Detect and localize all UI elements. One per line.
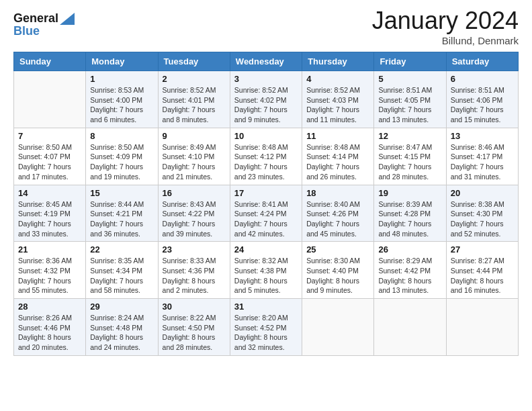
day-info: Sunrise: 8:33 AM Sunset: 4:36 PM Dayligh… xyxy=(163,256,226,295)
day-info: Sunrise: 8:52 AM Sunset: 4:02 PM Dayligh… xyxy=(234,85,298,125)
weekday-header-thursday: Thursday xyxy=(302,52,374,71)
day-number: 6 xyxy=(451,74,514,84)
day-number: 1 xyxy=(90,74,153,84)
day-info: Sunrise: 8:41 AM Sunset: 4:24 PM Dayligh… xyxy=(234,199,298,239)
weekday-header-sunday: Sunday xyxy=(14,52,86,71)
calendar-cell: 10Sunrise: 8:48 AM Sunset: 4:12 PM Dayli… xyxy=(230,128,302,185)
calendar-cell: 26Sunrise: 8:29 AM Sunset: 4:42 PM Dayli… xyxy=(374,242,446,299)
calendar-cell: 28Sunrise: 8:26 AM Sunset: 4:46 PM Dayli… xyxy=(14,299,86,356)
calendar-cell: 16Sunrise: 8:43 AM Sunset: 4:22 PM Dayli… xyxy=(158,185,230,242)
calendar-cell: 3Sunrise: 8:52 AM Sunset: 4:02 PM Daylig… xyxy=(230,71,302,128)
day-info: Sunrise: 8:45 AM Sunset: 4:19 PM Dayligh… xyxy=(18,199,81,239)
calendar-cell: 23Sunrise: 8:33 AM Sunset: 4:36 PM Dayli… xyxy=(158,242,230,299)
weekday-header-wednesday: Wednesday xyxy=(230,52,302,71)
day-number: 30 xyxy=(163,302,226,312)
day-number: 18 xyxy=(306,188,369,198)
day-number: 28 xyxy=(18,302,81,312)
day-number: 10 xyxy=(234,131,298,141)
day-info: Sunrise: 8:29 AM Sunset: 4:42 PM Dayligh… xyxy=(378,256,441,295)
calendar-cell: 15Sunrise: 8:44 AM Sunset: 4:21 PM Dayli… xyxy=(86,185,158,242)
calendar-cell: 4Sunrise: 8:52 AM Sunset: 4:03 PM Daylig… xyxy=(302,71,374,128)
calendar-cell: 2Sunrise: 8:52 AM Sunset: 4:01 PM Daylig… xyxy=(158,71,230,128)
day-info: Sunrise: 8:22 AM Sunset: 4:50 PM Dayligh… xyxy=(163,313,226,353)
day-number: 16 xyxy=(163,188,226,198)
calendar-cell: 19Sunrise: 8:39 AM Sunset: 4:28 PM Dayli… xyxy=(374,185,446,242)
day-info: Sunrise: 8:52 AM Sunset: 4:01 PM Dayligh… xyxy=(163,85,226,125)
calendar-cell: 30Sunrise: 8:22 AM Sunset: 4:50 PM Dayli… xyxy=(158,299,230,356)
day-info: Sunrise: 8:32 AM Sunset: 4:38 PM Dayligh… xyxy=(234,256,298,295)
logo-blue: Blue xyxy=(13,24,75,38)
day-info: Sunrise: 8:48 AM Sunset: 4:12 PM Dayligh… xyxy=(234,142,298,182)
day-info: Sunrise: 8:46 AM Sunset: 4:17 PM Dayligh… xyxy=(451,142,514,182)
calendar-cell: 24Sunrise: 8:32 AM Sunset: 4:38 PM Dayli… xyxy=(230,242,302,299)
day-number: 22 xyxy=(90,244,153,255)
weekday-header-friday: Friday xyxy=(374,52,446,71)
calendar-cell xyxy=(302,299,374,356)
day-info: Sunrise: 8:51 AM Sunset: 4:05 PM Dayligh… xyxy=(378,85,441,125)
calendar-cell xyxy=(14,71,86,128)
day-info: Sunrise: 8:20 AM Sunset: 4:52 PM Dayligh… xyxy=(234,313,298,353)
day-number: 29 xyxy=(90,302,153,312)
day-info: Sunrise: 8:30 AM Sunset: 4:40 PM Dayligh… xyxy=(306,256,369,295)
day-number: 4 xyxy=(306,74,369,84)
svg-marker-0 xyxy=(60,13,75,25)
calendar-cell xyxy=(446,299,518,356)
logo-text: General xyxy=(13,12,75,26)
calendar-cell: 20Sunrise: 8:38 AM Sunset: 4:30 PM Dayli… xyxy=(446,185,518,242)
calendar-cell: 6Sunrise: 8:51 AM Sunset: 4:06 PM Daylig… xyxy=(446,71,518,128)
day-number: 8 xyxy=(90,131,153,141)
day-number: 21 xyxy=(18,244,81,255)
logo-icon xyxy=(60,13,75,25)
day-info: Sunrise: 8:24 AM Sunset: 4:48 PM Dayligh… xyxy=(90,313,153,353)
calendar-cell: 17Sunrise: 8:41 AM Sunset: 4:24 PM Dayli… xyxy=(230,185,302,242)
day-info: Sunrise: 8:50 AM Sunset: 4:07 PM Dayligh… xyxy=(18,142,81,182)
day-info: Sunrise: 8:38 AM Sunset: 4:30 PM Dayligh… xyxy=(451,199,514,239)
calendar-week-2: 7Sunrise: 8:50 AM Sunset: 4:07 PM Daylig… xyxy=(14,128,519,185)
day-number: 2 xyxy=(163,74,226,84)
day-info: Sunrise: 8:49 AM Sunset: 4:10 PM Dayligh… xyxy=(163,142,226,182)
day-info: Sunrise: 8:40 AM Sunset: 4:26 PM Dayligh… xyxy=(306,199,369,239)
day-number: 27 xyxy=(451,244,514,255)
day-number: 15 xyxy=(90,188,153,198)
calendar-cell: 18Sunrise: 8:40 AM Sunset: 4:26 PM Dayli… xyxy=(302,185,374,242)
month-title: January 2024 xyxy=(372,7,519,35)
day-number: 26 xyxy=(378,244,441,255)
day-number: 7 xyxy=(18,131,81,141)
day-info: Sunrise: 8:26 AM Sunset: 4:46 PM Dayligh… xyxy=(18,313,81,353)
calendar-cell: 14Sunrise: 8:45 AM Sunset: 4:19 PM Dayli… xyxy=(14,185,86,242)
weekday-header-saturday: Saturday xyxy=(446,52,518,71)
day-number: 19 xyxy=(378,188,441,198)
day-info: Sunrise: 8:53 AM Sunset: 4:00 PM Dayligh… xyxy=(90,85,153,125)
day-number: 20 xyxy=(451,188,514,198)
day-number: 13 xyxy=(451,131,514,141)
day-number: 31 xyxy=(234,302,298,312)
location-subtitle: Billund, Denmark xyxy=(372,35,519,46)
calendar-cell: 11Sunrise: 8:48 AM Sunset: 4:14 PM Dayli… xyxy=(302,128,374,185)
day-number: 17 xyxy=(234,188,298,198)
day-info: Sunrise: 8:47 AM Sunset: 4:15 PM Dayligh… xyxy=(378,142,441,182)
day-info: Sunrise: 8:39 AM Sunset: 4:28 PM Dayligh… xyxy=(378,199,441,239)
weekday-header-tuesday: Tuesday xyxy=(158,52,230,71)
calendar-cell: 8Sunrise: 8:50 AM Sunset: 4:09 PM Daylig… xyxy=(86,128,158,185)
title-area: January 2024 Billund, Denmark xyxy=(372,7,519,46)
day-number: 25 xyxy=(306,244,369,255)
day-info: Sunrise: 8:51 AM Sunset: 4:06 PM Dayligh… xyxy=(451,85,514,125)
day-number: 5 xyxy=(378,74,441,84)
calendar-cell: 1Sunrise: 8:53 AM Sunset: 4:00 PM Daylig… xyxy=(86,71,158,128)
calendar-week-4: 21Sunrise: 8:36 AM Sunset: 4:32 PM Dayli… xyxy=(14,242,519,299)
day-number: 12 xyxy=(378,131,441,141)
day-info: Sunrise: 8:35 AM Sunset: 4:34 PM Dayligh… xyxy=(90,256,153,295)
day-number: 14 xyxy=(18,188,81,198)
day-number: 11 xyxy=(306,131,369,141)
calendar-week-1: 1Sunrise: 8:53 AM Sunset: 4:00 PM Daylig… xyxy=(14,71,519,128)
calendar-cell: 21Sunrise: 8:36 AM Sunset: 4:32 PM Dayli… xyxy=(14,242,86,299)
calendar-cell: 12Sunrise: 8:47 AM Sunset: 4:15 PM Dayli… xyxy=(374,128,446,185)
calendar-cell: 27Sunrise: 8:27 AM Sunset: 4:44 PM Dayli… xyxy=(446,242,518,299)
day-info: Sunrise: 8:44 AM Sunset: 4:21 PM Dayligh… xyxy=(90,199,153,239)
calendar-cell xyxy=(374,299,446,356)
header: General Blue January 2024 Billund, Denma… xyxy=(13,7,519,46)
calendar-cell: 31Sunrise: 8:20 AM Sunset: 4:52 PM Dayli… xyxy=(230,299,302,356)
day-number: 3 xyxy=(234,74,298,84)
calendar-cell: 13Sunrise: 8:46 AM Sunset: 4:17 PM Dayli… xyxy=(446,128,518,185)
calendar-cell: 22Sunrise: 8:35 AM Sunset: 4:34 PM Dayli… xyxy=(86,242,158,299)
